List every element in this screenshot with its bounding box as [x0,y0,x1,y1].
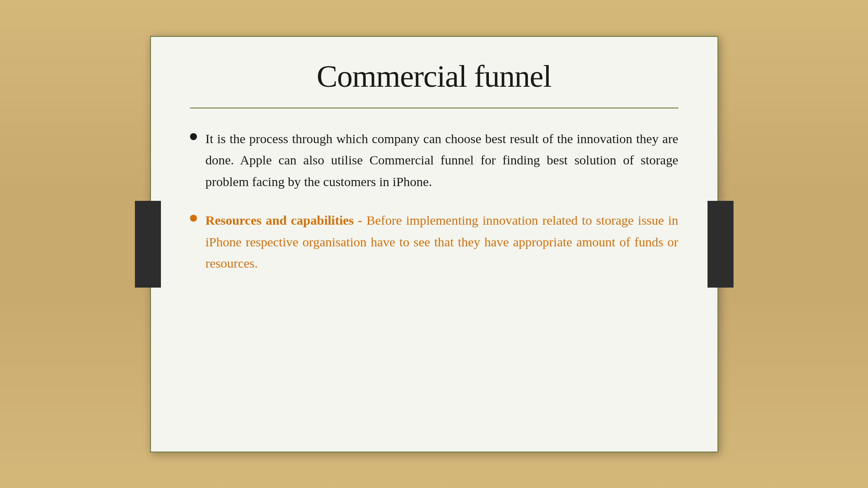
bullet-dot-1 [190,133,197,140]
side-panel-right [708,201,734,288]
bullet-text-2: Resources and capabilities - Before impl… [206,210,678,274]
bullet-text-1: It is the process through which company … [206,128,678,193]
bullet-item-2: Resources and capabilities - Before impl… [190,210,678,274]
slide-title: Commercial funnel [190,59,678,95]
bullet-dot-2 [190,215,197,222]
divider [190,108,678,108]
slide-wrapper: Commercial funnel It is the process thro… [144,29,725,459]
side-panel-left [135,201,161,288]
content-area: It is the process through which company … [190,128,678,426]
bold-prefix: Resources and capabilities - [206,213,363,227]
slide: Commercial funnel It is the process thro… [150,36,718,452]
bullet-item-1: It is the process through which company … [190,128,678,193]
